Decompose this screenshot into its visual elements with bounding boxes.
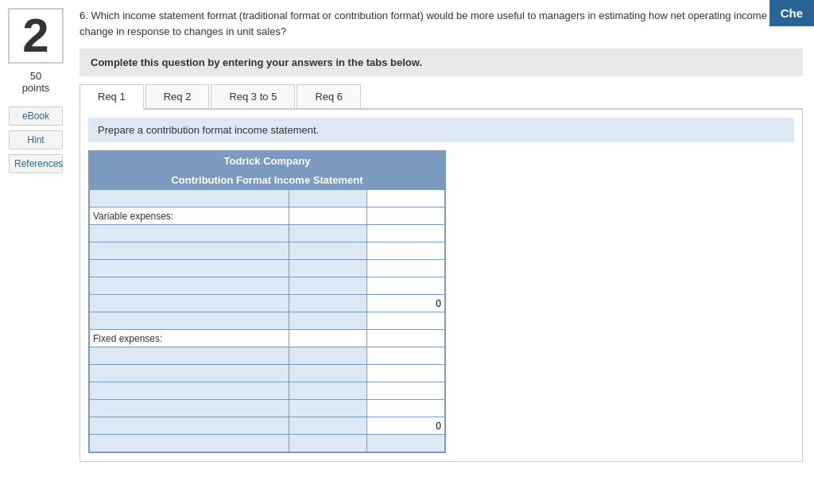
req-content: Prepare a contribution format income sta… (79, 110, 803, 462)
table-row: Fixed expenses: (90, 330, 445, 347)
row15-amount-input[interactable] (293, 438, 363, 449)
table-row: Variable expenses: (90, 207, 445, 225)
income-table: Variable expenses: (89, 189, 445, 452)
table-row: 0 (90, 417, 445, 435)
row10-label-input[interactable] (93, 351, 285, 362)
row13-amount-input[interactable] (293, 403, 363, 414)
table-row (90, 400, 445, 417)
fixed-expenses-label: Fixed expenses: (93, 333, 162, 344)
req-instruction: Prepare a contribution format income sta… (88, 118, 794, 142)
row3-label-input[interactable] (93, 228, 285, 239)
table-row (90, 242, 445, 260)
row8-amount-input[interactable] (293, 316, 363, 327)
row14-amount-input[interactable] (293, 421, 363, 432)
table-row: 0 (90, 295, 445, 312)
row7-total: 0 (366, 295, 444, 312)
table-row (90, 312, 445, 330)
table-row (90, 365, 445, 382)
row5-amount-input[interactable] (293, 263, 363, 274)
question-text: 6. Which income statement format (tradit… (79, 8, 803, 39)
row11-amount-input[interactable] (293, 368, 363, 379)
income-statement-table: Todrick Company Contribution Format Inco… (88, 150, 446, 453)
row6-label-input[interactable] (93, 281, 285, 292)
variable-expenses-label: Variable expenses: (93, 211, 173, 222)
table-row (90, 347, 445, 365)
row3-amount-input[interactable] (293, 228, 363, 239)
row1-label-input[interactable] (93, 193, 285, 204)
check-button[interactable]: Che (769, 0, 814, 26)
points-display: 50 points (22, 70, 50, 94)
hint-button[interactable]: Hint (9, 130, 63, 149)
content-area: 6. Which income statement format (tradit… (72, 0, 814, 470)
table-row (90, 260, 445, 277)
row4-label-input[interactable] (93, 246, 285, 257)
tab-req6[interactable]: Req 6 (297, 84, 361, 108)
instruction-box: Complete this question by entering your … (79, 48, 803, 76)
row14-label-input[interactable] (93, 421, 285, 432)
row4-amount-input[interactable] (293, 246, 363, 257)
question-number: 2 (8, 8, 64, 64)
table-row (90, 382, 445, 400)
row7-amount-input[interactable] (293, 298, 363, 309)
table-company-name: Todrick Company (89, 151, 445, 171)
row1-amount-input[interactable] (293, 193, 363, 204)
table-row (90, 277, 445, 295)
tab-req3to5[interactable]: Req 3 to 5 (211, 84, 295, 108)
row13-label-input[interactable] (93, 403, 285, 414)
table-row (90, 225, 445, 242)
row14-total: 0 (366, 417, 444, 435)
table-row (90, 435, 445, 452)
ebook-button[interactable]: eBook (9, 107, 63, 126)
row6-amount-input[interactable] (293, 281, 363, 292)
row5-label-input[interactable] (93, 263, 285, 274)
references-button[interactable]: References (9, 154, 63, 173)
row10-amount-input[interactable] (293, 351, 363, 362)
row8-label-input[interactable] (93, 316, 285, 327)
row15-total-input[interactable] (370, 438, 441, 449)
table-title: Contribution Format Income Statement (89, 171, 445, 189)
tabs-container: Req 1 Req 2 Req 3 to 5 Req 6 (79, 84, 803, 110)
left-panel: 2 50 points eBook Hint References (0, 0, 72, 470)
tab-req1[interactable]: Req 1 (79, 84, 144, 110)
row12-label-input[interactable] (93, 386, 285, 397)
row15-label-input[interactable] (93, 438, 285, 449)
row12-amount-input[interactable] (293, 386, 363, 397)
table-row (90, 190, 445, 207)
row11-label-input[interactable] (93, 368, 285, 379)
row7-label-input[interactable] (93, 298, 285, 309)
tab-req2[interactable]: Req 2 (145, 84, 210, 108)
